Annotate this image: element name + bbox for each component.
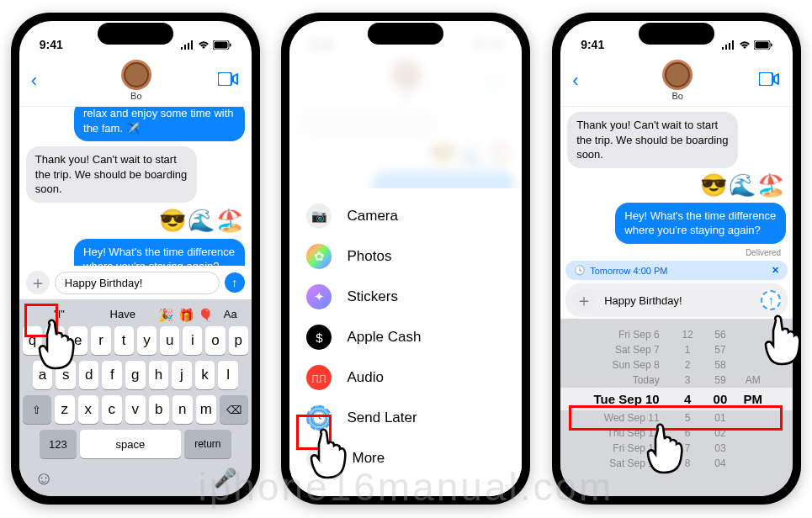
svg-rect-10 (729, 43, 730, 50)
contact[interactable]: Bo (121, 60, 151, 101)
delete-key[interactable]: ⌫ (220, 395, 248, 424)
space-key[interactable]: space (80, 430, 181, 458)
facetime-button[interactable] (759, 71, 781, 90)
svg-rect-13 (756, 41, 769, 48)
avatar (121, 60, 151, 90)
key-g[interactable]: g (125, 361, 146, 389)
wifi-icon (198, 40, 210, 50)
picker-row[interactable]: Today359AM (560, 373, 793, 388)
key-a[interactable]: a (33, 361, 53, 389)
compose-text[interactable]: Happy Birthday! (601, 291, 756, 310)
facetime-button[interactable] (218, 71, 240, 90)
svg-rect-6 (230, 43, 231, 46)
key-v[interactable]: v (125, 395, 146, 424)
key-s[interactable]: s (56, 361, 76, 389)
emoji-keyboard-icon[interactable]: ☺ (34, 468, 53, 489)
picker-row[interactable]: Fri Sep 13703 (560, 441, 793, 456)
key-u[interactable]: u (160, 326, 179, 355)
key-c[interactable]: c (102, 395, 122, 424)
key-i[interactable]: i (183, 326, 202, 355)
key-d[interactable]: d (79, 361, 99, 389)
key-n[interactable]: n (172, 395, 193, 424)
emoji-reaction-row: 😎🌊🏖️ (700, 172, 786, 198)
screen-1: 9:41 ‹ Bo relax and enjoy some time w (19, 21, 252, 496)
screen-3: 9:41 ‹ Bo Thank you! Can't wait to st (560, 21, 793, 496)
send-button[interactable]: ↑ (225, 272, 245, 293)
compose-row: ＋ Happy Birthday! ↑ (565, 283, 788, 317)
suggestion-row: "I" Have 🎉 🎁 🎈 Aa (23, 304, 248, 326)
plus-button[interactable]: ＋ (26, 271, 50, 294)
key-w[interactable]: w (45, 326, 65, 355)
delivered-label: Delivered (746, 248, 786, 257)
send-later-button[interactable]: ↑ (761, 290, 781, 310)
dynamic-island (639, 23, 714, 45)
menu-more[interactable]: ⋯More (306, 446, 505, 471)
date-picker[interactable]: Fri Sep 61256Sat Sep 7157Sun Sep 8258Tod… (560, 319, 793, 496)
chat-body: relax and enjoy some time with the fam. … (19, 107, 252, 266)
key-o[interactable]: o (205, 326, 225, 355)
audio-icon: ⎍⎍ (306, 365, 332, 390)
key-z[interactable]: z (55, 395, 75, 424)
svg-rect-11 (732, 40, 734, 50)
menu-photos[interactable]: ✿Photos (306, 244, 505, 269)
dynamic-island (368, 23, 443, 45)
compose-text: Happy Birthday! (65, 277, 143, 289)
keyboard: "I" Have 🎉 🎁 🎈 Aa qwertyuiop asdfghjkl ⇧… (19, 299, 252, 496)
key-x[interactable]: x (78, 395, 98, 424)
key-y[interactable]: y (137, 326, 157, 355)
key-r[interactable]: r (91, 326, 110, 355)
schedule-pill[interactable]: 🕓Tomorrow 4:00 PM ✕ (565, 261, 788, 280)
menu-cash[interactable]: $Apple Cash (306, 325, 505, 350)
key-l[interactable]: l (218, 361, 238, 389)
contact-name: Bo (130, 91, 141, 101)
emoji-reaction-row: 😎🌊🏖️ (159, 208, 245, 234)
menu-stickers[interactable]: ✦Stickers (306, 284, 505, 309)
suggestion[interactable]: "I" (28, 308, 91, 323)
picker-row[interactable]: Sat Sep 14804 (560, 456, 793, 471)
key-m[interactable]: m (196, 395, 216, 424)
back-button[interactable]: ‹ (572, 70, 596, 92)
numeric-key[interactable]: 123 (40, 430, 77, 458)
return-key[interactable]: return (184, 430, 231, 458)
menu-camera[interactable]: 📷Camera (306, 204, 505, 229)
status-icons (722, 40, 772, 50)
key-b[interactable]: b (149, 395, 169, 424)
chat-header: ‹ Bo (560, 58, 793, 107)
key-e[interactable]: e (68, 326, 88, 355)
status-time: 9:41 (40, 38, 63, 51)
suggestion[interactable]: Have (91, 308, 154, 323)
key-f[interactable]: f (102, 361, 122, 389)
mic-icon[interactable]: 🎤 (214, 468, 236, 489)
key-q[interactable]: q (23, 326, 42, 355)
picker-row[interactable]: Sun Sep 8258 (560, 357, 793, 373)
key-j[interactable]: j (172, 361, 192, 389)
svg-rect-1 (184, 45, 186, 50)
phone-1: 9:41 ‹ Bo relax and enjoy some time w (11, 13, 260, 505)
chat-header: ‹ Bo (19, 58, 252, 107)
svg-rect-3 (191, 40, 193, 50)
picker-row[interactable]: Tue Sep 10400PM (560, 388, 793, 410)
shift-key[interactable]: ⇧ (23, 395, 51, 424)
svg-rect-15 (759, 72, 772, 86)
plus-button[interactable]: ＋ (572, 288, 596, 312)
menu-send-later[interactable]: 🕓Send Later (306, 405, 505, 431)
picker-row[interactable]: Fri Sep 61256 (560, 327, 793, 342)
key-p[interactable]: p (229, 326, 248, 355)
key-h[interactable]: h (149, 361, 169, 389)
clock-icon: 🕓 (574, 265, 586, 276)
contact[interactable]: Bo (662, 60, 693, 101)
key-k[interactable]: k (195, 361, 215, 389)
menu-audio[interactable]: ⎍⎍Audio (306, 365, 505, 390)
picker-row[interactable]: Thu Sep 12602 (560, 426, 793, 441)
back-button[interactable]: ‹ (31, 70, 55, 92)
battery-icon (213, 40, 231, 50)
svg-rect-0 (181, 47, 183, 50)
close-icon[interactable]: ✕ (772, 265, 779, 276)
key-t[interactable]: t (114, 326, 134, 355)
chat-body: Thank you! Can't wait to start the trip.… (560, 107, 793, 257)
picker-row[interactable]: Sat Sep 7157 (560, 342, 793, 357)
contact-name: Bo (671, 91, 682, 101)
message-input[interactable]: Happy Birthday! (55, 272, 220, 294)
photos-icon: ✿ (306, 244, 332, 269)
picker-row[interactable]: Wed Sep 11501 (560, 410, 793, 426)
